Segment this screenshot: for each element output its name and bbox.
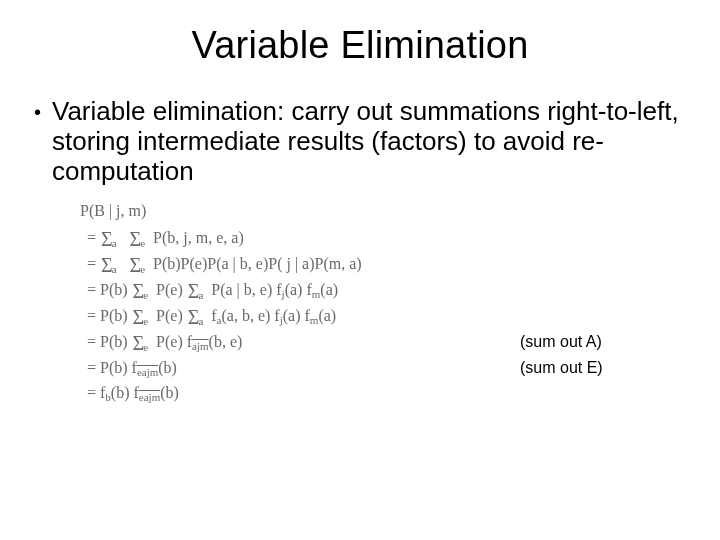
- bullet-dot: •: [34, 97, 52, 127]
- annotation-sum-out-a: (sum out A): [520, 330, 602, 355]
- eq-sign: =: [80, 226, 100, 251]
- math-line-7: = fb(b) feajm(b): [80, 381, 686, 406]
- bullet-text: Variable elimination: carry out summatio…: [52, 97, 686, 187]
- math-line-1: = Σa Σe P(b, j, m, e, a): [80, 226, 686, 252]
- math-line-4: = P(b) Σe P(e) Σa fa(a, b, e) fj(a) fm(a…: [80, 304, 686, 330]
- annotation-sum-out-e: (sum out E): [520, 356, 603, 381]
- eq-sign: =: [80, 330, 100, 355]
- eq-sign: =: [80, 356, 100, 381]
- math-header-text: P(B | j, m): [80, 199, 146, 224]
- slide: Variable Elimination • Variable eliminat…: [0, 0, 720, 540]
- math-line-2: = Σa Σe P(b)P(e)P(a | b, e)P( j | a)P(m,…: [80, 252, 686, 278]
- math-line-5: = P(b) Σe P(e) fajm(b, e) (sum out A): [80, 330, 686, 356]
- eq-sign: =: [80, 278, 100, 303]
- bullet-item: • Variable elimination: carry out summat…: [34, 97, 686, 187]
- eq-sign: =: [80, 381, 100, 406]
- eq-sign: =: [80, 252, 100, 277]
- eq-sign: =: [80, 304, 100, 329]
- math-line-6: = P(b) feajm(b) (sum out E): [80, 356, 686, 381]
- math-derivation: P(B | j, m) = Σa Σe P(b, j, m, e, a) = Σ…: [80, 199, 686, 406]
- slide-title: Variable Elimination: [34, 24, 686, 67]
- math-line-3: = P(b) Σe P(e) Σa P(a | b, e) fj(a) fm(a…: [80, 278, 686, 304]
- math-header: P(B | j, m): [80, 199, 686, 224]
